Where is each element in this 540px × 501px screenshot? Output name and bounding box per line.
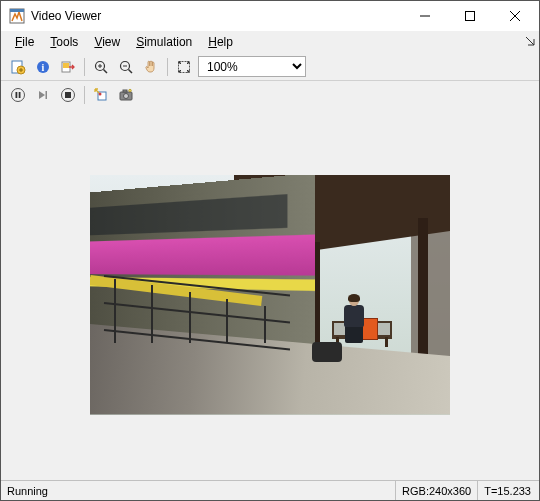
svg-rect-19 — [19, 92, 21, 98]
close-button[interactable] — [492, 2, 537, 31]
pause-button[interactable] — [7, 84, 29, 106]
svg-point-17 — [12, 89, 25, 102]
svg-point-27 — [124, 94, 129, 99]
minimize-button[interactable] — [402, 2, 447, 31]
undock-icon[interactable] — [525, 35, 535, 49]
video-viewer-window: Video Viewer File Tools View Simulation … — [0, 0, 540, 501]
app-icon — [9, 8, 25, 24]
svg-point-28 — [129, 89, 131, 91]
svg-rect-20 — [46, 91, 48, 99]
snapshot-button[interactable] — [115, 84, 137, 106]
info-button[interactable]: i — [32, 56, 54, 78]
fit-to-view-button[interactable] — [173, 56, 195, 78]
svg-rect-3 — [465, 12, 474, 21]
stop-button[interactable] — [57, 84, 79, 106]
menu-simulation[interactable]: Simulation — [128, 33, 200, 51]
toolbar-separator — [84, 86, 85, 104]
statusbar: Running RGB:240x360 T=15.233 — [1, 480, 539, 500]
svg-line-13 — [104, 69, 108, 73]
video-canvas-area — [1, 109, 539, 480]
status-format: RGB:240x360 — [396, 481, 478, 500]
menu-file[interactable]: File — [7, 33, 42, 51]
svg-rect-22 — [65, 92, 71, 98]
main-toolbar: i 100% — [1, 53, 539, 81]
video-frame — [90, 175, 450, 415]
svg-text:i: i — [42, 62, 45, 73]
svg-rect-11 — [63, 63, 69, 68]
zoom-in-button[interactable] — [90, 56, 112, 78]
toolbar-separator — [167, 58, 168, 76]
menu-tools[interactable]: Tools — [42, 33, 86, 51]
window-controls — [402, 2, 537, 31]
export-button[interactable] — [57, 56, 79, 78]
step-forward-button[interactable] — [32, 84, 54, 106]
status-time: T=15.233 — [478, 481, 539, 500]
zoom-out-button[interactable] — [115, 56, 137, 78]
svg-line-15 — [129, 69, 133, 73]
new-figure-button[interactable] — [7, 56, 29, 78]
menu-help[interactable]: Help — [200, 33, 241, 51]
playback-toolbar — [1, 81, 539, 109]
titlebar: Video Viewer — [1, 1, 539, 31]
pan-button[interactable] — [140, 56, 162, 78]
svg-rect-1 — [10, 9, 24, 12]
svg-rect-18 — [16, 92, 18, 98]
maximize-button[interactable] — [447, 2, 492, 31]
window-title: Video Viewer — [31, 9, 402, 23]
toolbar-separator — [84, 58, 85, 76]
zoom-select[interactable]: 100% — [198, 56, 306, 77]
svg-point-24 — [99, 93, 102, 96]
status-state: Running — [1, 481, 396, 500]
menubar: File Tools View Simulation Help — [1, 31, 539, 53]
highlight-block-button[interactable] — [90, 84, 112, 106]
menu-view[interactable]: View — [86, 33, 128, 51]
svg-rect-26 — [123, 90, 127, 92]
